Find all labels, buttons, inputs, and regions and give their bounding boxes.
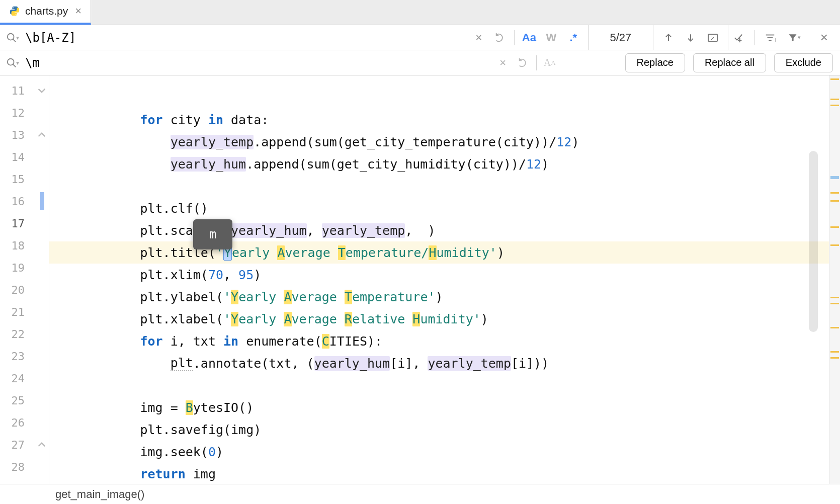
svg-point-11: [8, 58, 14, 65]
line-number[interactable]: 17: [0, 212, 49, 234]
error-stripe-marker[interactable]: [830, 226, 839, 228]
editor-tab[interactable]: charts.py ×: [0, 0, 91, 25]
find-nav: [653, 28, 728, 48]
python-file-icon: [9, 6, 20, 17]
code-line[interactable]: plt.xlim(70, 95): [49, 264, 829, 286]
find-bar: ▾ × Aa W .* 5/27 I ▾: [0, 25, 840, 50]
editor: 111213141516171819202122232425262728 for…: [0, 75, 840, 484]
close-tab-icon[interactable]: ×: [73, 5, 83, 18]
next-match-icon[interactable]: [680, 28, 702, 48]
replace-button[interactable]: Replace: [625, 53, 685, 72]
error-stripe-marker[interactable]: [830, 327, 839, 328]
replace-all-button[interactable]: Replace all: [693, 53, 766, 72]
line-number[interactable]: 24: [0, 367, 49, 389]
error-stripe-marker[interactable]: [830, 351, 839, 353]
line-number[interactable]: 21: [0, 301, 49, 323]
replace-input[interactable]: [25, 51, 438, 74]
find-history-icon[interactable]: [490, 28, 510, 48]
code-line[interactable]: plt.savefig(img): [49, 418, 829, 441]
code-line[interactable]: [49, 374, 829, 396]
fold-collapse-icon[interactable]: [38, 441, 46, 449]
line-number[interactable]: 12: [0, 102, 49, 124]
code-line[interactable]: plt.ylabel('Yearly Average Temperature'): [49, 286, 829, 308]
code-line[interactable]: plt.clf(): [49, 197, 829, 219]
exclude-button[interactable]: Exclude: [774, 53, 833, 72]
code-line[interactable]: plt.xlabel('Yearly Average Relative Humi…: [49, 308, 829, 330]
replace-search-icon[interactable]: ▾: [0, 57, 25, 68]
line-number[interactable]: 16: [0, 190, 49, 212]
whole-words-toggle[interactable]: W: [541, 28, 562, 48]
error-stripe-marker[interactable]: [830, 105, 839, 106]
match-case-toggle[interactable]: Aa: [519, 28, 540, 48]
error-stripe-marker[interactable]: [830, 99, 839, 100]
marker-strip[interactable]: [829, 75, 840, 484]
error-stripe-marker[interactable]: [830, 78, 839, 80]
select-all-occurrences-icon[interactable]: [702, 28, 724, 48]
error-stripe-marker[interactable]: [830, 297, 839, 298]
regex-toggle[interactable]: .*: [563, 28, 584, 48]
line-number[interactable]: 13: [0, 124, 49, 146]
clear-replace-icon[interactable]: ×: [493, 53, 513, 73]
code-line[interactable]: yearly_hum.append(sum(get_city_humidity(…: [49, 153, 829, 175]
replace-history-icon[interactable]: [513, 53, 533, 73]
tab-bar: charts.py ×: [0, 0, 840, 25]
line-number[interactable]: 23: [0, 345, 49, 367]
code-line[interactable]: [49, 175, 829, 197]
line-number[interactable]: 28: [0, 456, 49, 478]
svg-line-12: [13, 64, 16, 67]
error-stripe-marker[interactable]: [830, 192, 839, 194]
line-number[interactable]: 25: [0, 389, 49, 411]
line-number[interactable]: 22: [0, 323, 49, 345]
code-line[interactable]: return img: [49, 463, 829, 485]
fold-expand-icon[interactable]: [38, 87, 46, 95]
line-number[interactable]: 15: [0, 168, 49, 190]
line-number[interactable]: 19: [0, 257, 49, 279]
close-find-panel-icon[interactable]: ×: [815, 30, 833, 45]
svg-line-3: [13, 39, 16, 42]
code-line[interactable]: yearly_temp.append(sum(get_city_temperat…: [49, 131, 829, 153]
gutter: 111213141516171819202122232425262728: [0, 75, 49, 484]
line-number[interactable]: 11: [0, 79, 49, 102]
line-number[interactable]: 27: [0, 434, 49, 456]
scrollbar-thumb[interactable]: [809, 151, 818, 332]
line-number[interactable]: 20: [0, 279, 49, 301]
code-line[interactable]: img = BytesIO(): [49, 396, 829, 418]
code-line[interactable]: plt.title('Yearly Average Temperature/Hu…: [49, 241, 829, 264]
error-stripe-marker[interactable]: [830, 357, 839, 359]
code-line[interactable]: plt.scatter(yearly_hum, yearly_temp, ): [49, 219, 829, 241]
error-stripe-marker[interactable]: [830, 244, 839, 246]
replace-bar: ▾ × AA Replace Replace all Exclude: [0, 50, 840, 75]
search-icon[interactable]: ▾: [0, 32, 25, 43]
match-count: 5/27: [588, 25, 653, 50]
filter-funnel-icon[interactable]: ▾: [784, 28, 804, 48]
code-line[interactable]: for city in data:: [49, 109, 829, 131]
line-number[interactable]: 14: [0, 146, 49, 168]
code-line[interactable]: img.seek(0): [49, 441, 829, 463]
find-input[interactable]: [25, 26, 372, 49]
code-area[interactable]: for city in data: yearly_temp.append(sum…: [49, 75, 829, 484]
line-number[interactable]: 18: [0, 234, 49, 257]
code-line[interactable]: for i, txt in enumerate(CITIES):: [49, 330, 829, 352]
show-filter-icon[interactable]: I: [761, 28, 781, 48]
svg-point-0: [13, 8, 14, 9]
clear-find-icon[interactable]: ×: [469, 28, 489, 48]
error-stripe-marker[interactable]: [830, 200, 839, 202]
new-selection-icon[interactable]: [728, 28, 748, 48]
fold-collapse-icon[interactable]: [38, 131, 46, 139]
line-number[interactable]: 26: [0, 411, 49, 434]
preserve-case-icon[interactable]: AA: [540, 53, 560, 73]
error-stripe-marker[interactable]: [830, 176, 839, 179]
code-line[interactable]: plt.annotate(txt, (yearly_hum[i], yearly…: [49, 352, 829, 374]
tab-filename: charts.py: [25, 5, 68, 17]
svg-point-1: [16, 14, 17, 15]
svg-point-2: [8, 33, 14, 40]
prev-match-icon[interactable]: [657, 28, 680, 48]
code-line[interactable]: [49, 485, 829, 504]
error-stripe-marker[interactable]: [830, 303, 839, 304]
